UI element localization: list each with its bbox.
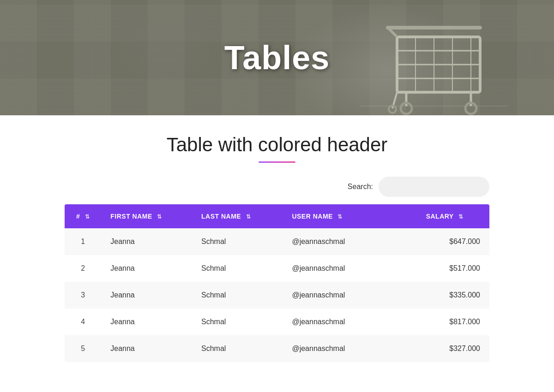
table-header: # ⇅ FIRST NAME ⇅ LAST NAME ⇅ USER NAME ⇅ <box>65 204 489 228</box>
cell-num: 3 <box>65 282 101 309</box>
section-divider <box>259 161 295 163</box>
cell-last-name: Schmal <box>192 335 283 362</box>
hero-title: Tables <box>224 39 330 77</box>
cell-num: 5 <box>65 335 101 362</box>
table-row: 2JeannaSchmal@jeannaschmal$517.000 <box>65 255 489 282</box>
cell-last-name: Schmal <box>192 255 283 282</box>
cell-first-name: Jeanna <box>101 255 192 282</box>
sort-icon-salary: ⇅ <box>458 214 464 220</box>
sort-icon-user: ⇅ <box>337 214 343 220</box>
cell-num: 4 <box>65 309 101 335</box>
data-table: # ⇅ FIRST NAME ⇅ LAST NAME ⇅ USER NAME ⇅ <box>65 204 489 362</box>
table-container: # ⇅ FIRST NAME ⇅ LAST NAME ⇅ USER NAME ⇅ <box>65 204 489 362</box>
cell-salary: $517.000 <box>417 255 489 282</box>
search-container: Search: <box>65 177 489 197</box>
col-header-salary[interactable]: SALARY ⇅ <box>417 204 489 228</box>
sort-icon-num: ⇅ <box>85 214 90 220</box>
table-row: 1JeannaSchmal@jeannaschmal$647.000 <box>65 228 489 255</box>
col-header-first-name[interactable]: FIRST NAME ⇅ <box>101 204 192 228</box>
cell-username: @jeannaschmal <box>283 309 416 335</box>
cell-num: 1 <box>65 228 101 255</box>
cell-salary: $647.000 <box>417 228 489 255</box>
cell-last-name: Schmal <box>192 309 283 335</box>
col-header-num[interactable]: # ⇅ <box>65 204 101 228</box>
table-row: 5JeannaSchmal@jeannaschmal$327.000 <box>65 335 489 362</box>
header-row: # ⇅ FIRST NAME ⇅ LAST NAME ⇅ USER NAME ⇅ <box>65 204 489 228</box>
search-input[interactable] <box>379 177 489 197</box>
cell-num: 2 <box>65 255 101 282</box>
cart-icon <box>360 0 508 115</box>
cell-salary: $327.000 <box>417 335 489 362</box>
cell-last-name: Schmal <box>192 228 283 255</box>
col-header-last-name[interactable]: LAST NAME ⇅ <box>192 204 283 228</box>
hero-banner: Tables <box>0 0 554 115</box>
table-row: 4JeannaSchmal@jeannaschmal$817.000 <box>65 309 489 335</box>
sort-icon-last: ⇅ <box>246 214 251 220</box>
cell-first-name: Jeanna <box>101 228 192 255</box>
cell-first-name: Jeanna <box>101 282 192 309</box>
cell-salary: $335.000 <box>417 282 489 309</box>
cell-username: @jeannaschmal <box>283 282 416 309</box>
cell-username: @jeannaschmal <box>283 255 416 282</box>
cell-salary: $817.000 <box>417 309 489 335</box>
cell-first-name: Jeanna <box>101 309 192 335</box>
section-title: Table with colored header <box>65 134 489 156</box>
cell-username: @jeannaschmal <box>283 228 416 255</box>
cell-first-name: Jeanna <box>101 335 192 362</box>
cell-last-name: Schmal <box>192 282 283 309</box>
cell-username: @jeannaschmal <box>283 335 416 362</box>
main-content: Table with colored header Search: # ⇅ FI… <box>55 134 499 362</box>
search-label: Search: <box>348 183 373 191</box>
col-header-username[interactable]: USER NAME ⇅ <box>283 204 416 228</box>
sort-icon-first: ⇅ <box>157 214 162 220</box>
table-row: 3JeannaSchmal@jeannaschmal$335.000 <box>65 282 489 309</box>
table-body: 1JeannaSchmal@jeannaschmal$647.0002Jeann… <box>65 228 489 362</box>
